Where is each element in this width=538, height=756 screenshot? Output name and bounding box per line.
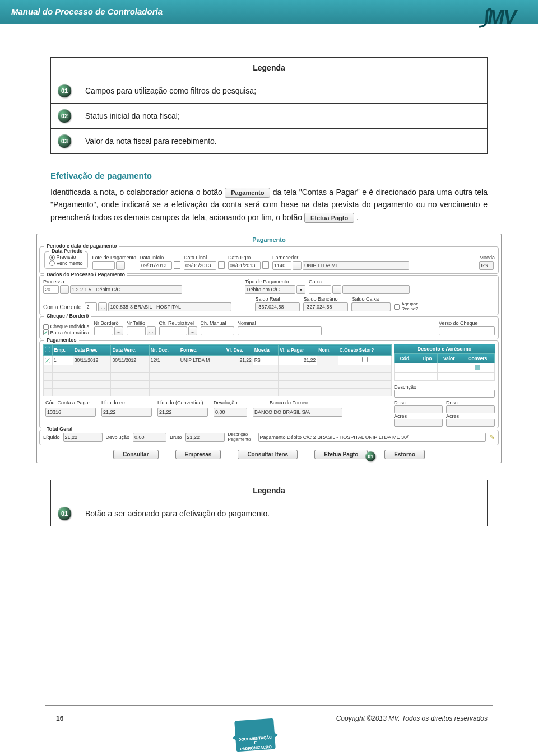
estorno-button[interactable]: Estorno bbox=[384, 450, 425, 459]
consultar-button[interactable]: Consultar bbox=[113, 450, 159, 459]
radio-previsao[interactable] bbox=[49, 255, 55, 260]
mv-logo: ⟆MV bbox=[481, 6, 516, 29]
caixa-desc bbox=[342, 285, 410, 294]
section-title: Efetivação de pagamento bbox=[50, 171, 488, 180]
efetua-pagto-button[interactable]: Efetua Pagto bbox=[304, 213, 354, 223]
nominal-input[interactable] bbox=[238, 326, 322, 335]
cod-conta-pagar: 13316 bbox=[45, 408, 96, 417]
legend-table-2: Legenda 01 Botão a ser acionado para efe… bbox=[50, 480, 488, 526]
legend-num-01: 01 bbox=[58, 507, 71, 520]
total-liquido: 21,22 bbox=[63, 433, 103, 442]
tipo-pag-btn-icon[interactable]: ▾ bbox=[296, 285, 305, 294]
desc-value bbox=[394, 405, 443, 413]
fieldset-periodo: Período e data de pagamento Data Período… bbox=[39, 246, 499, 274]
fornecedor-nome: UNIP LTDA ME bbox=[303, 261, 409, 270]
desc-value-2 bbox=[446, 405, 495, 413]
lote-lookup-icon[interactable]: … bbox=[116, 261, 125, 270]
button-row: Consultar Empresas Consultar Itens Efetu… bbox=[38, 446, 500, 461]
edit-icon[interactable]: ✎ bbox=[489, 433, 495, 441]
table-row[interactable]: 1 30/11/201230/11/2012 12/1UNIP LTDA M 2… bbox=[44, 356, 392, 365]
liquido-convertido: 21,22 bbox=[157, 408, 208, 417]
consultar-itens-button[interactable]: Consultar Itens bbox=[238, 450, 298, 459]
acres-value bbox=[394, 419, 443, 427]
callout-01: 01 bbox=[365, 451, 375, 461]
pagamento-button[interactable]: Pagamento bbox=[225, 188, 270, 198]
legend-text: Botão a ser acionado para efetivação do … bbox=[78, 501, 488, 526]
ch-manual-input[interactable] bbox=[201, 326, 234, 335]
lote-input[interactable] bbox=[92, 261, 115, 270]
baixa-automatica-checkbox[interactable] bbox=[43, 330, 49, 335]
legend-text: Valor da nota fiscal para recebimento. bbox=[78, 129, 488, 154]
page-number: 16 bbox=[56, 715, 63, 722]
banco-fornec: BANCO DO BRASIL S/A bbox=[253, 408, 342, 417]
cheque-individual-checkbox[interactable] bbox=[43, 324, 49, 330]
ccusto-checkbox[interactable] bbox=[362, 357, 368, 362]
fieldset-cheque: Cheque / Borderô Cheque Individual Baixa… bbox=[39, 316, 499, 339]
desconto-table: Cód.TipoValorConvers bbox=[394, 353, 495, 381]
processo-input[interactable]: 20 bbox=[43, 285, 59, 294]
desconto-acrescimo-title: Desconto e Acréscimo bbox=[394, 344, 495, 353]
data-pgto-input[interactable]: 09/01/2013 bbox=[228, 261, 261, 270]
radio-vencimento[interactable] bbox=[49, 260, 55, 266]
conta-corrente-lookup-icon[interactable]: … bbox=[98, 302, 107, 311]
bordero-lookup-icon[interactable]: … bbox=[114, 326, 123, 335]
legend-title: Legenda bbox=[51, 480, 488, 501]
agrupar-recibo-checkbox[interactable] bbox=[394, 304, 400, 310]
nr-talao-input[interactable] bbox=[127, 326, 146, 335]
select-all-checkbox[interactable] bbox=[45, 347, 50, 352]
descricao-input[interactable] bbox=[394, 390, 495, 398]
data-inicio-input[interactable]: 09/01/2013 bbox=[140, 261, 172, 270]
copyright: Copyright ©2013 MV. Todos os direitos re… bbox=[336, 715, 488, 722]
legend-num-01: 01 bbox=[58, 84, 71, 97]
moeda: R$ bbox=[479, 261, 494, 270]
empresas-button[interactable]: Empresas bbox=[175, 450, 221, 459]
legend-title: Legenda bbox=[51, 58, 488, 78]
convers-icon[interactable] bbox=[475, 365, 480, 370]
legend-text: Status inicial da nota fiscal; bbox=[78, 104, 488, 129]
total-bruto: 21,22 bbox=[185, 433, 225, 442]
efetua-pagto-button-app[interactable]: Efetua Pagto bbox=[314, 450, 368, 459]
caixa-input[interactable] bbox=[309, 285, 331, 294]
saldo-caixa bbox=[351, 302, 391, 311]
caixa-lookup-icon[interactable]: … bbox=[332, 285, 341, 294]
tipo-pag: Débito em C/C bbox=[245, 285, 295, 294]
legend-text: Campos para utilização como filtros de p… bbox=[78, 78, 488, 104]
processo-desc: 1.2.2.1.5 - Débito C/C bbox=[70, 285, 182, 294]
body-paragraph: Identificada a nota, o colaborador acion… bbox=[50, 186, 488, 223]
devolucao: 0,00 bbox=[214, 408, 247, 417]
data-final-input[interactable]: 09/01/2013 bbox=[184, 261, 216, 270]
fieldset-pagamentos: Pagamentos Emp.Data Prev.Data Venc. Nr. … bbox=[39, 340, 499, 428]
pagamentos-table: Emp.Data Prev.Data Venc. Nr. Doc.Fornec.… bbox=[43, 344, 392, 396]
acres-value-2 bbox=[446, 419, 495, 427]
legend-num-02: 02 bbox=[58, 109, 71, 123]
descricao-pagamento-input[interactable]: Pagamento Débito C/C 2 BRASIL - HOSPITAL… bbox=[258, 433, 486, 442]
total-devolucao: 0,00 bbox=[133, 433, 166, 442]
calendar-icon[interactable] bbox=[174, 261, 180, 269]
saldo-bancario: -327.024,58 bbox=[303, 302, 348, 311]
documentation-stamp: DOCUMENTAÇÃOE PADRONIZAÇÃO bbox=[234, 718, 276, 752]
calendar-icon[interactable] bbox=[218, 261, 225, 269]
fieldset-dados-processo: Dados do Processo / Pagamento Processo 2… bbox=[39, 275, 499, 315]
conta-corrente-desc: 100.835-8 BRASIL - HOSPITAL bbox=[108, 302, 231, 311]
header-title: Manual do Processo de Controladoria bbox=[11, 7, 163, 16]
verso-cheque-input[interactable] bbox=[439, 326, 495, 335]
fieldset-data-periodo: Data Período Previsão Vencimento bbox=[44, 251, 88, 269]
legend-num-03: 03 bbox=[58, 134, 71, 148]
fornecedor-lookup-icon[interactable]: … bbox=[293, 261, 302, 270]
processo-lookup-icon[interactable]: … bbox=[60, 285, 69, 294]
fornecedor-cod-input[interactable]: 1140 bbox=[272, 261, 291, 270]
calendar-icon[interactable] bbox=[262, 261, 269, 269]
conta-corrente-input[interactable]: 2 bbox=[85, 302, 97, 311]
legend-table-1: Legenda 01 Campos para utilização como f… bbox=[50, 57, 488, 154]
liquido-em: 21,22 bbox=[101, 408, 152, 417]
app-screenshot: Pagamento Período e data de pagamento Da… bbox=[36, 234, 502, 463]
ch-reut-lookup-icon[interactable]: … bbox=[188, 326, 197, 335]
saldo-real: -337.024,58 bbox=[255, 302, 300, 311]
row-checkbox[interactable] bbox=[45, 358, 50, 363]
fieldset-total-geral: Total Geral Líquido 21,22 Devolução 0,00… bbox=[39, 430, 499, 445]
nr-bordero-input[interactable] bbox=[94, 326, 113, 335]
talao-lookup-icon[interactable]: … bbox=[147, 326, 156, 335]
ch-reut-input[interactable] bbox=[159, 326, 187, 335]
